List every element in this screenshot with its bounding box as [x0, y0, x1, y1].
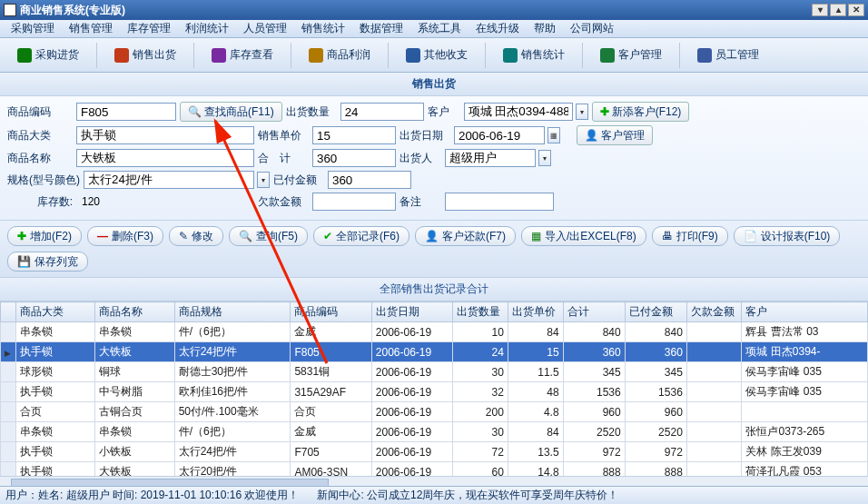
toolbar-label: 销售出货: [133, 47, 176, 63]
menu-10[interactable]: 公司网站: [563, 19, 621, 38]
print-button[interactable]: 🖶打印(F9): [652, 226, 728, 246]
table-row[interactable]: 执手锁大铁板太行20把/件AM06-3SN2006-06-196014.8888…: [1, 462, 868, 477]
minimize-button[interactable]: ▴: [830, 4, 846, 16]
paid-input[interactable]: [328, 171, 411, 189]
report-icon: 📄: [744, 230, 757, 242]
excel-icon: ▦: [531, 230, 541, 242]
toolbar-6[interactable]: 客户管理: [590, 43, 672, 67]
table-row[interactable]: 执手锁小铁板太行24把/件F7052006-06-197213.5972972关…: [1, 442, 868, 462]
customer-label: 客户: [428, 104, 460, 120]
minus-icon: —: [97, 230, 108, 242]
category-input[interactable]: [76, 126, 254, 144]
toolbar-icon: [600, 48, 615, 63]
save-cols-button[interactable]: 💾保存列宽: [7, 252, 88, 272]
col-header[interactable]: 商品编码: [291, 302, 371, 322]
toolbar-2[interactable]: 库存查看: [202, 43, 283, 67]
close-button[interactable]: ✕: [848, 4, 864, 16]
table-row[interactable]: 球形锁铜球耐德士30把/件5831铜2006-06-193011.5345345…: [1, 362, 868, 382]
customer-manage-button[interactable]: 👤客户管理: [577, 125, 653, 145]
toolbar-3[interactable]: 商品利润: [299, 43, 380, 67]
spec-input[interactable]: [84, 171, 254, 189]
col-header[interactable]: 出货数量: [453, 302, 508, 322]
col-header[interactable]: 出货单价: [508, 302, 563, 322]
results-table[interactable]: 商品大类商品名称商品规格商品编码出货日期出货数量出货单价合计已付金额欠款金额客户…: [0, 301, 868, 476]
user-icon: 👤: [425, 230, 439, 242]
toolbar-label: 员工管理: [715, 47, 759, 63]
new-customer-button[interactable]: ✚新添客户(F12): [592, 102, 690, 122]
design-report-button[interactable]: 📄设计报表(F10): [734, 226, 841, 246]
col-header[interactable]: 合计: [563, 302, 625, 322]
qty-input[interactable]: [340, 103, 424, 121]
toolbar-0[interactable]: 采购进货: [7, 43, 89, 67]
menu-4[interactable]: 人员管理: [236, 19, 294, 38]
excel-button[interactable]: ▦导入/出EXCEL(F8): [521, 226, 646, 246]
toolbar-5[interactable]: 销售统计: [493, 43, 575, 67]
results-table-wrap: 商品大类商品名称商品规格商品编码出货日期出货数量出货单价合计已付金额欠款金额客户…: [0, 301, 868, 476]
menu-6[interactable]: 数据管理: [352, 19, 410, 38]
menu-0[interactable]: 采购管理: [4, 19, 62, 38]
delete-button[interactable]: —删除(F3): [87, 226, 163, 246]
code-label: 商品编码: [7, 104, 73, 120]
menu-9[interactable]: 帮助: [527, 19, 563, 38]
date-input[interactable]: [454, 126, 545, 144]
shipper-input[interactable]: [445, 149, 536, 167]
col-header[interactable]: 出货日期: [371, 302, 452, 322]
table-row[interactable]: 串条锁串条锁件/（6把）金威2006-06-191084840840辉县 曹法常…: [1, 322, 868, 342]
window-title: 商业销售系统(专业版): [20, 3, 125, 18]
name-input[interactable]: [76, 149, 254, 167]
app-icon: [4, 4, 16, 16]
all-records-button[interactable]: ✔全部记录(F6): [313, 226, 409, 246]
col-header[interactable]: 欠款金额: [686, 302, 742, 322]
toolbar-label: 商品利润: [327, 47, 370, 63]
price-input[interactable]: [312, 126, 396, 144]
user-icon: 👤: [585, 129, 598, 142]
category-label: 商品大类: [7, 128, 73, 143]
search-icon: 🔍: [239, 230, 252, 242]
shipper-dropdown[interactable]: ▾: [538, 150, 551, 166]
product-code-input[interactable]: [76, 103, 176, 121]
toolbar-4[interactable]: 其他收支: [396, 43, 478, 67]
menu-3[interactable]: 利润统计: [178, 19, 236, 38]
status-bar: 用户：姓名: 超级用户 时间: 2019-11-01 10:10:16 欢迎使用…: [0, 486, 868, 504]
action-bar: ✚增加(F2) —删除(F3) ✎修改 🔍查询(F5) ✔全部记录(F6) 👤客…: [0, 221, 868, 278]
customer-dropdown[interactable]: ▾: [576, 104, 588, 120]
query-button[interactable]: 🔍查询(F5): [229, 226, 308, 246]
menu-1[interactable]: 销售管理: [62, 19, 120, 38]
col-header[interactable]: 商品名称: [95, 302, 174, 322]
table-row[interactable]: 执手锁中号树脂欧利佳16把/件315A29AF2006-06-193248153…: [1, 382, 868, 402]
customer-input[interactable]: [464, 103, 573, 121]
restore-down-button[interactable]: ▾: [812, 4, 828, 16]
repay-button[interactable]: 👤客户还款(F7): [415, 226, 516, 246]
date-label: 出货日期: [399, 128, 450, 143]
total-input[interactable]: [312, 149, 396, 167]
remark-input[interactable]: [445, 193, 554, 211]
owe-label: 欠款金额: [258, 194, 309, 210]
menu-2[interactable]: 库存管理: [120, 19, 178, 38]
plus-icon: ✚: [600, 105, 609, 118]
col-header[interactable]: 客户: [742, 302, 868, 322]
table-row[interactable]: 串条锁串条锁件/（6把）金威2006-06-19308425202520张恒卢0…: [1, 422, 868, 442]
col-header[interactable]: 已付金额: [625, 302, 686, 322]
toolbar-1[interactable]: 销售出货: [104, 43, 186, 67]
spec-dropdown[interactable]: ▾: [257, 172, 270, 188]
shipper-label: 出货人: [399, 151, 441, 166]
menu-7[interactable]: 系统工具: [410, 19, 469, 38]
menu-5[interactable]: 销售统计: [294, 19, 352, 38]
toolbar-label: 销售统计: [521, 47, 565, 63]
toolbar-icon: [114, 48, 129, 63]
col-header[interactable]: 商品规格: [174, 302, 291, 322]
table-row[interactable]: 执手锁大铁板太行24把/件F8052006-06-192415360360项城 …: [1, 342, 868, 362]
toolbar-label: 采购进货: [35, 47, 79, 63]
owe-input[interactable]: [312, 193, 396, 211]
table-row[interactable]: 合页古铜合页50付/件.100毫米合页2006-06-192004.896096…: [1, 402, 868, 422]
edit-button[interactable]: ✎修改: [169, 226, 223, 246]
toolbar-label: 其他收支: [424, 47, 468, 63]
date-picker-button[interactable]: ▦: [547, 127, 560, 143]
toolbar-7[interactable]: 员工管理: [687, 43, 769, 67]
menu-8[interactable]: 在线升级: [469, 19, 527, 38]
col-header[interactable]: 商品大类: [16, 302, 95, 322]
toolbar-label: 库存查看: [230, 47, 273, 63]
add-button[interactable]: ✚增加(F2): [7, 226, 82, 246]
find-product-button[interactable]: 🔍查找商品(F11): [180, 102, 282, 122]
menu-bar: 采购管理销售管理库存管理利润统计人员管理销售统计数据管理系统工具在线升级帮助公司…: [0, 20, 868, 38]
